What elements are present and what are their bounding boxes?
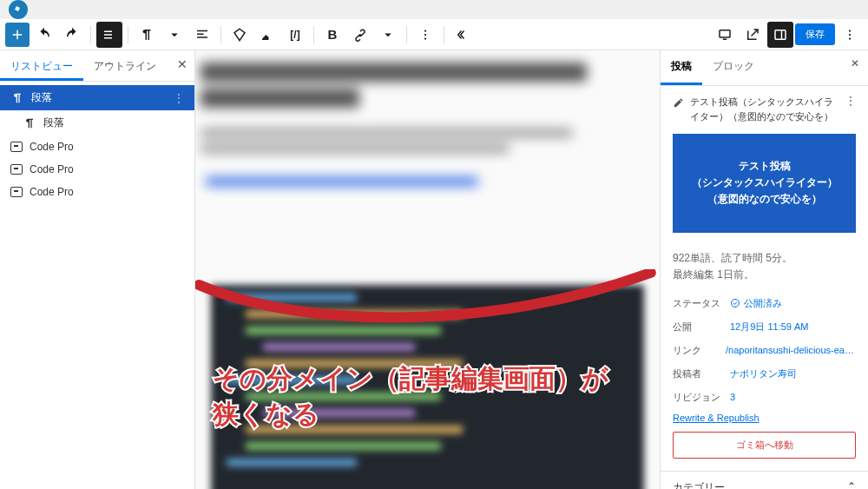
post-meta: 922単語、読了時間 5分。 最終編集 1日前。 bbox=[661, 241, 868, 292]
annotation-text: その分メイン（記事編集画面）が 狭くなる bbox=[213, 361, 608, 432]
settings-sidebar: 投稿 ブロック ✕ テスト投稿（シンタックスハイライター）（意図的なので安心を）… bbox=[660, 50, 868, 489]
revision-row[interactable]: リビジョン 3 bbox=[661, 386, 868, 409]
list-item-label: 段落 bbox=[31, 90, 52, 105]
item-options-icon[interactable]: ⋮ bbox=[174, 92, 184, 104]
bold-button[interactable]: B bbox=[319, 22, 345, 48]
list-item[interactable]: 段落 ⋮ bbox=[0, 85, 194, 110]
add-block-button[interactable] bbox=[5, 23, 30, 47]
svg-point-8 bbox=[732, 300, 740, 307]
device-preview-icon[interactable] bbox=[712, 22, 738, 48]
link-button[interactable] bbox=[347, 22, 373, 48]
list-item[interactable]: Code Pro bbox=[0, 158, 194, 181]
redo-button[interactable] bbox=[59, 22, 85, 48]
browser-tabstrip bbox=[0, 0, 868, 19]
status-row[interactable]: ステータス 公開済み bbox=[661, 292, 868, 315]
permalink-row[interactable]: リンク /naporitansushi-delicious-eat-every-… bbox=[661, 339, 868, 362]
post-title-text: テスト投稿（シンタックスハイライター）（意図的なので安心を） bbox=[690, 95, 840, 123]
chevron-down-icon[interactable] bbox=[161, 22, 187, 48]
move-to-trash-button[interactable]: ゴミ箱へ移動 bbox=[673, 432, 856, 459]
close-icon[interactable]: ✕ bbox=[177, 57, 187, 71]
list-item[interactable]: Code Pro bbox=[0, 135, 194, 158]
blurred-content bbox=[201, 56, 654, 281]
editor-toolbar: [/] B 保存 bbox=[0, 19, 868, 50]
close-icon[interactable]: ✕ bbox=[851, 57, 859, 69]
chevron-up-icon: ⌃ bbox=[847, 480, 856, 489]
tab-post[interactable]: 投稿 bbox=[661, 50, 702, 85]
svg-point-0 bbox=[424, 30, 426, 31]
more-format-icon[interactable] bbox=[375, 22, 401, 48]
publish-date-row[interactable]: 公開 12月9日 11:59 AM bbox=[661, 315, 868, 339]
list-item-label: Code Pro bbox=[30, 141, 74, 153]
svg-point-1 bbox=[424, 33, 426, 35]
svg-point-7 bbox=[849, 37, 851, 39]
shortcode-icon[interactable]: [/] bbox=[282, 22, 308, 48]
list-item[interactable]: Code Pro bbox=[0, 181, 194, 203]
post-options-icon[interactable]: ⋮ bbox=[845, 95, 856, 107]
paragraph-format-button[interactable] bbox=[134, 22, 160, 48]
list-item-label: Code Pro bbox=[30, 163, 74, 175]
svg-point-5 bbox=[849, 30, 851, 31]
undo-button[interactable] bbox=[31, 22, 57, 48]
list-item-label: Code Pro bbox=[30, 186, 74, 198]
category-accordion[interactable]: カテゴリー ⌃ bbox=[661, 471, 868, 489]
highlight-icon[interactable] bbox=[254, 22, 280, 48]
featured-preview[interactable]: テスト投稿 （シンタックスハイライター） （意図的なので安心を） bbox=[673, 134, 856, 233]
svg-rect-4 bbox=[775, 30, 786, 39]
site-favicon bbox=[9, 0, 28, 19]
svg-point-2 bbox=[424, 37, 426, 39]
yoast-diamond-icon[interactable] bbox=[227, 22, 253, 48]
svg-point-6 bbox=[849, 33, 851, 35]
author-row[interactable]: 投稿者 ナポリタン寿司 bbox=[661, 362, 868, 386]
tab-list-view[interactable]: リストビュー bbox=[0, 50, 83, 81]
code-block-icon bbox=[10, 164, 23, 175]
document-outline-panel: リストビュー アウトライン ✕ 段落 ⋮ 段落 Code Pro Code Pr… bbox=[0, 50, 195, 489]
block-list: 段落 ⋮ 段落 Code Pro Code Pro Code Pro bbox=[0, 82, 194, 203]
post-title-row: テスト投稿（シンタックスハイライター）（意図的なので安心を） ⋮ bbox=[661, 86, 868, 129]
list-item-label: 段落 bbox=[43, 116, 64, 130]
svg-rect-3 bbox=[720, 30, 730, 36]
paragraph-icon bbox=[23, 116, 36, 130]
pencil-icon bbox=[673, 96, 685, 109]
tab-block[interactable]: ブロック bbox=[702, 50, 765, 85]
check-circle-icon bbox=[730, 298, 740, 308]
list-view-toggle[interactable] bbox=[96, 22, 122, 48]
options-kebab-icon[interactable] bbox=[837, 22, 863, 48]
sidebar-toggle[interactable] bbox=[767, 22, 793, 48]
align-button[interactable] bbox=[189, 22, 215, 48]
list-item[interactable]: 段落 bbox=[0, 110, 194, 135]
paragraph-icon bbox=[10, 91, 24, 105]
save-button[interactable]: 保存 bbox=[795, 23, 835, 45]
code-block-icon bbox=[10, 142, 23, 152]
collapse-toolbar-icon[interactable] bbox=[450, 22, 476, 48]
rewrite-republish-link[interactable]: Rewrite & Republish bbox=[661, 409, 868, 432]
code-block-icon bbox=[10, 187, 23, 197]
tab-outline[interactable]: アウトライン bbox=[83, 50, 167, 81]
external-preview-icon[interactable] bbox=[740, 22, 766, 48]
kebab-icon[interactable] bbox=[412, 22, 438, 48]
editor-canvas[interactable]: その分メイン（記事編集画面）が 狭くなる bbox=[195, 50, 660, 489]
